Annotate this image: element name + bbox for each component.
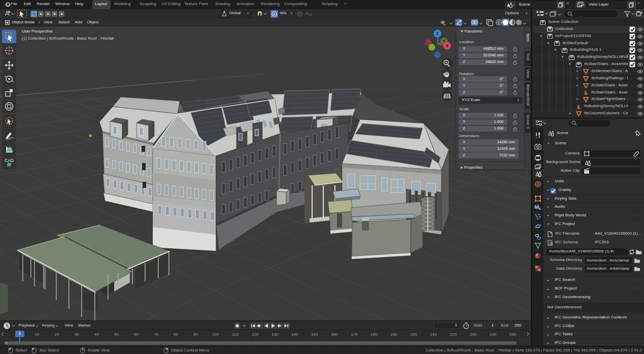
svg-text:CAD: CAD: [5, 158, 14, 163]
svg-text:X: X: [446, 43, 449, 48]
svg-text:Z: Z: [436, 31, 439, 36]
